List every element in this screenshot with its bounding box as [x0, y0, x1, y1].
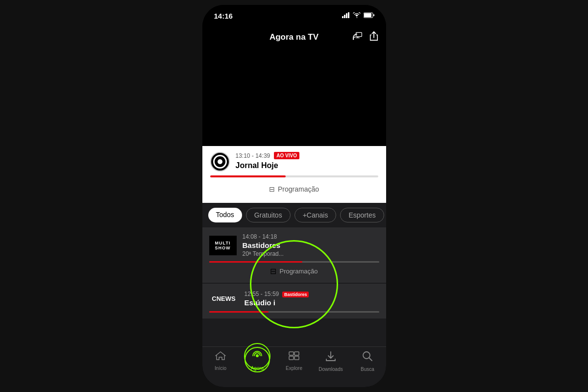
inicio-icon [215, 351, 226, 364]
globo-info: 13:10 - 14:39 AO VIVO Jornal Hoje [236, 152, 378, 170]
inicio-label: Início [215, 366, 226, 371]
downloads-icon [325, 351, 336, 365]
nav-inicio[interactable]: Início [202, 351, 239, 371]
svg-rect-5 [364, 13, 371, 17]
nav-downloads[interactable]: Downloads [313, 351, 349, 372]
multishow-channel-item[interactable]: MULTI SHOW 14:08 - 14:18 Bastidores 20ª … [202, 227, 386, 283]
globo-programacao-row[interactable]: ⊟ Programação [210, 181, 378, 197]
downloads-label: Downloads [318, 367, 343, 372]
explore-icon [289, 351, 299, 364]
tab-canais[interactable]: +Canais [294, 208, 337, 222]
status-bar: 14:16 [202, 5, 386, 26]
page-title: Agora na TV [270, 32, 318, 42]
multishow-prog-icon: ⊟ [270, 267, 276, 276]
multishow-info: 14:08 - 14:18 Bastidores 20ª Temporad... [243, 233, 379, 257]
svg-point-7 [353, 38, 354, 40]
multishow-text-show: SHOW [215, 245, 231, 250]
tab-esportes[interactable]: Esportes [340, 208, 384, 222]
svg-rect-13 [294, 356, 299, 360]
content-area: 13:10 - 14:39 AO VIVO Jornal Hoje ⊟ Prog… [202, 146, 386, 346]
svg-rect-1 [344, 15, 345, 18]
busca-icon [362, 351, 373, 365]
tab-todos[interactable]: Todos [208, 208, 242, 222]
cast-icon[interactable] [353, 31, 363, 44]
globo-channel-card[interactable]: 13:10 - 14:39 AO VIVO Jornal Hoje ⊟ Prog… [202, 146, 386, 203]
battery-icon [364, 12, 374, 20]
nav-agora[interactable]: Agora [239, 351, 276, 371]
svg-point-9 [256, 354, 259, 357]
cnews-header: CNEWS 12:55 - 15:59 Bastidores Estúdio i [209, 290, 379, 307]
multishow-prog-text: Programação [279, 268, 318, 275]
nav-busca[interactable]: Busca [349, 351, 386, 372]
video-area[interactable] [202, 48, 386, 146]
top-bar-actions [353, 31, 378, 44]
share-icon[interactable] [369, 31, 378, 44]
cnews-progress-fill [209, 311, 269, 313]
cnews-info: 12:55 - 15:59 Bastidores Estúdio i [245, 291, 379, 307]
svg-rect-10 [289, 352, 294, 355]
status-time: 14:16 [214, 12, 233, 20]
cnews-progress-bar [209, 311, 379, 313]
globo-progress-container [210, 175, 378, 177]
busca-label: Busca [361, 367, 374, 372]
svg-rect-2 [346, 13, 347, 18]
globo-logo [210, 152, 230, 172]
agora-icon [251, 351, 263, 364]
svg-rect-3 [348, 12, 349, 18]
cnews-channel-item[interactable]: CNEWS 12:55 - 15:59 Bastidores Estúdio i [202, 284, 386, 318]
globo-ao-vivo-badge: AO VIVO [274, 152, 299, 159]
phone-frame: 14:16 [202, 5, 386, 387]
wifi-icon [353, 12, 361, 20]
nav-explore[interactable]: Explore [276, 351, 313, 371]
cnews-logo: CNEWS [209, 290, 239, 307]
agora-nav-circle [245, 347, 270, 372]
globo-time: 13:10 - 14:39 [236, 152, 270, 159]
status-icons [342, 12, 374, 20]
outer-background: 14:16 [0, 0, 588, 392]
globo-circle [213, 155, 227, 169]
cnews-ao-vivo-badge: Bastidores [282, 292, 309, 297]
multishow-text-multi: MULTI [215, 241, 231, 245]
tab-gratuitos[interactable]: Gratuitos [246, 208, 291, 222]
globo-card-header: 13:10 - 14:39 AO VIVO Jornal Hoje [210, 152, 378, 172]
multishow-time: 14:08 - 14:18 [243, 233, 379, 240]
globo-programacao-text: Programação [278, 185, 319, 193]
signal-icon [342, 12, 350, 20]
svg-rect-8 [356, 32, 362, 36]
programacao-icon: ⊟ [269, 185, 275, 193]
svg-rect-12 [289, 356, 294, 360]
svg-rect-0 [342, 16, 343, 18]
multishow-title: Bastidores [243, 241, 379, 249]
cnews-time: 12:55 - 15:59 [245, 291, 279, 297]
globo-show-title: Jornal Hoje [236, 161, 378, 170]
svg-rect-6 [373, 14, 374, 16]
cnews-time-row: 12:55 - 15:59 Bastidores [245, 291, 379, 297]
svg-rect-11 [294, 352, 299, 355]
agora-label: Agora [251, 366, 264, 371]
bottom-nav: Início Agora [202, 346, 386, 387]
cnews-logo-text: CNEWS [212, 295, 235, 302]
globo-progress-fill [210, 175, 286, 177]
top-bar: Agora na TV [202, 26, 386, 48]
globo-time-row: 13:10 - 14:39 AO VIVO [236, 152, 378, 159]
filter-tabs: Todos Gratuitos +Canais Esportes [202, 203, 386, 227]
multishow-subtitle: 20ª Temporad... [243, 250, 379, 257]
multishow-logo: MULTI SHOW [209, 236, 237, 255]
multishow-programacao[interactable]: ⊟ Programação [209, 263, 379, 277]
channel-list: MULTI SHOW 14:08 - 14:18 Bastidores 20ª … [202, 227, 386, 346]
cnews-title: Estúdio i [245, 298, 379, 307]
explore-label: Explore [286, 366, 302, 371]
globo-inner [218, 159, 222, 164]
multishow-header: MULTI SHOW 14:08 - 14:18 Bastidores 20ª … [209, 233, 379, 257]
